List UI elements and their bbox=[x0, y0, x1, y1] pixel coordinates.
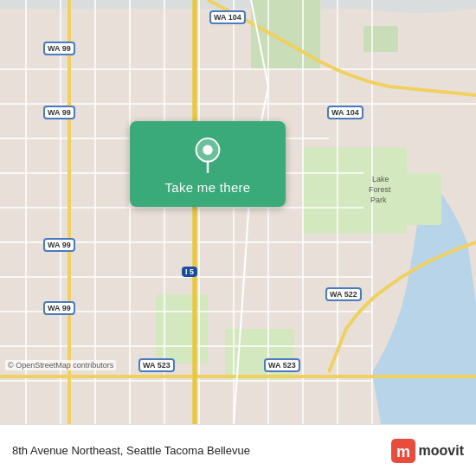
highway-badge-wa99-3: WA 99 bbox=[43, 238, 75, 252]
highway-badge-wa99-1: WA 99 bbox=[43, 42, 75, 55]
svg-rect-2 bbox=[363, 26, 398, 52]
highway-badge-wa104-1: WA 104 bbox=[209, 10, 246, 24]
svg-text:Forest: Forest bbox=[369, 185, 391, 194]
svg-point-36 bbox=[203, 145, 212, 155]
moovit-icon: m bbox=[391, 439, 415, 463]
map-attribution: © OpenStreetMap contributors bbox=[5, 360, 116, 370]
highway-badge-wa99-2: WA 99 bbox=[43, 106, 75, 119]
moovit-logo: m moovit bbox=[391, 439, 464, 463]
address-info: 8th Avenue Northeast, Seattle Tacoma Bel… bbox=[12, 444, 250, 457]
map-container: Lake Forest Park WA 99 WA 104 WA 99 WA 1… bbox=[0, 0, 476, 424]
highway-badge-wa523-1: WA 523 bbox=[138, 358, 175, 372]
bottom-bar: 8th Avenue Northeast, Seattle Tacoma Bel… bbox=[0, 424, 476, 476]
highway-badge-i5: I 5 bbox=[182, 267, 197, 277]
highway-badge-wa99-4: WA 99 bbox=[43, 301, 75, 315]
highway-badge-wa104-2: WA 104 bbox=[327, 106, 363, 119]
button-overlay: Take me there bbox=[121, 121, 294, 207]
moovit-text: moovit bbox=[419, 443, 464, 459]
svg-rect-1 bbox=[251, 0, 320, 69]
svg-text:m: m bbox=[396, 443, 410, 460]
svg-rect-3 bbox=[303, 147, 407, 234]
highway-badge-wa522: WA 522 bbox=[325, 287, 362, 301]
svg-text:Lake: Lake bbox=[372, 175, 389, 183]
svg-rect-4 bbox=[156, 294, 208, 363]
svg-text:Park: Park bbox=[370, 196, 387, 204]
highway-badge-wa523-2: WA 523 bbox=[264, 358, 300, 372]
svg-rect-6 bbox=[398, 173, 441, 225]
button-label: Take me there bbox=[165, 180, 251, 195]
address-text: 8th Avenue Northeast, Seattle Tacoma Bel… bbox=[12, 444, 250, 457]
svg-rect-5 bbox=[225, 329, 294, 381]
location-pin-icon bbox=[192, 137, 223, 173]
take-me-there-button[interactable]: Take me there bbox=[130, 121, 286, 207]
